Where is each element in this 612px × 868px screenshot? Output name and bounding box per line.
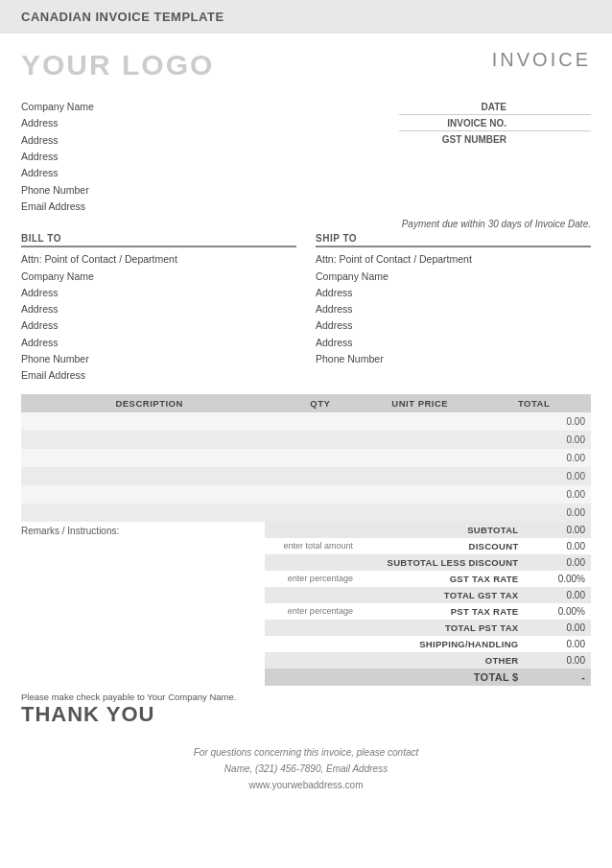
bill-to-addr4: Address: [21, 335, 296, 351]
company-info: Company Name Address Address Address Add…: [21, 99, 94, 215]
gst-number-meta: GST NUMBER: [399, 131, 591, 147]
item-qty: [277, 412, 363, 431]
total-pst-tax-row: TOTAL PST TAX 0.00: [265, 620, 591, 636]
shipping-handling-row: SHIPPING/HANDLING 0.00: [265, 636, 591, 652]
invoice-no-meta: INVOICE NO.: [399, 115, 591, 131]
top-bar: CANADIAN INVOICE TEMPLATE: [0, 0, 612, 34]
invoice-no-value: [514, 117, 591, 129]
other-label: OTHER: [359, 652, 525, 669]
check-payable-col: Please make check payable to Your Compan…: [21, 692, 236, 727]
company-name: Company Name: [21, 99, 94, 115]
gst-tax-rate-row: enter percentage GST TAX RATE 0.00%: [265, 571, 591, 587]
subtotal-label: SUBTOTAL: [359, 522, 525, 538]
date-value: [514, 101, 591, 112]
company-address-4: Address: [21, 165, 94, 181]
bill-ship-section: BILL TO Attn: Point of Contact / Departm…: [21, 233, 591, 385]
gst-tax-rate-value: 0.00%: [524, 571, 591, 587]
company-address-1: Address: [21, 115, 94, 131]
pst-tax-rate-label: PST TAX RATE: [359, 603, 525, 620]
item-description: [21, 485, 277, 504]
col-qty: QTY: [277, 394, 363, 412]
shipping-handling-label: SHIPPING/HANDLING: [359, 636, 525, 652]
item-total: 0.00: [477, 485, 591, 504]
discount-hint: enter total amount: [265, 538, 359, 554]
table-row: 0.00: [21, 504, 591, 522]
thank-you: THANK YOU: [21, 702, 236, 727]
bill-to-attn: Attn: Point of Contact / Department: [21, 251, 296, 268]
items-table: DESCRIPTION QTY UNIT PRICE TOTAL 0.00 0.…: [21, 394, 591, 522]
table-row: 0.00: [21, 412, 591, 431]
total-gst-tax-value: 0.00: [524, 587, 591, 603]
item-description: [21, 504, 277, 522]
col-description: DESCRIPTION: [21, 394, 277, 412]
item-total: 0.00: [477, 467, 591, 485]
total-pst-tax-value: 0.00: [524, 620, 591, 636]
total-final-row: TOTAL $ -: [265, 669, 591, 686]
total-gst-tax-row: TOTAL GST TAX 0.00: [265, 587, 591, 603]
item-unit-price: [363, 449, 477, 467]
other-row: OTHER 0.00: [265, 652, 591, 669]
shipping-handling-value: 0.00: [524, 636, 591, 652]
col-unit-price: UNIT PRICE: [363, 394, 477, 412]
item-qty: [277, 485, 363, 504]
total-final-value: -: [524, 669, 591, 686]
item-total: 0.00: [477, 449, 591, 467]
invoice-label: INVOICE: [492, 49, 591, 71]
bill-to-header: BILL TO: [21, 233, 296, 247]
invoice-meta-block: DATE INVOICE NO. GST NUMBER: [399, 99, 591, 147]
bill-to-email: Email Address: [21, 367, 296, 384]
date-meta: DATE: [399, 99, 591, 115]
item-unit-price: [363, 467, 477, 485]
ship-to-col: SHIP TO Attn: Point of Contact / Departm…: [316, 233, 591, 385]
other-hint: [265, 652, 359, 669]
page-title: CANADIAN INVOICE TEMPLATE: [21, 10, 224, 24]
bill-to-addr3: Address: [21, 317, 296, 334]
header-row: YOUR LOGO INVOICE: [21, 49, 591, 82]
item-description: [21, 449, 277, 467]
remarks-totals-row: Remarks / Instructions: SUBTOTAL 0.00 en…: [21, 522, 591, 686]
subtotal-hint: [265, 522, 359, 538]
total-gst-tax-label: TOTAL GST TAX: [359, 587, 525, 603]
ship-to-addr4: Address: [316, 335, 591, 351]
total-pst-tax-label: TOTAL PST TAX: [359, 620, 525, 636]
gst-number-value: [514, 133, 591, 145]
table-row: 0.00: [21, 449, 591, 467]
company-address-2: Address: [21, 132, 94, 149]
footer-contact-text: For questions concerning this invoice, p…: [21, 744, 591, 761]
ship-to-attn: Attn: Point of Contact / Department: [316, 251, 591, 268]
ship-to-addr3: Address: [316, 317, 591, 334]
invoice-page: CANADIAN INVOICE TEMPLATE YOUR LOGO INVO…: [0, 0, 612, 868]
subtotal-value: 0.00: [524, 522, 591, 538]
company-email: Email Address: [21, 199, 94, 215]
company-phone: Phone Number: [21, 182, 94, 199]
subtotal-row: SUBTOTAL 0.00: [265, 522, 591, 538]
table-row: 0.00: [21, 485, 591, 504]
ship-to-company: Company Name: [316, 269, 591, 285]
total-gst-tax-hint: [265, 587, 359, 603]
footer: For questions concerning this invoice, p…: [21, 744, 591, 793]
date-label: DATE: [482, 102, 506, 112]
remarks-col: Remarks / Instructions:: [21, 522, 265, 540]
payment-due: Payment due within 30 days of Invoice Da…: [21, 219, 591, 229]
discount-row: enter total amount DISCOUNT 0.00: [265, 538, 591, 554]
footer-contact-info: Name, (321) 456-7890, Email Address: [21, 761, 591, 777]
totals-table: SUBTOTAL 0.00 enter total amount DISCOUN…: [265, 522, 591, 686]
subtotal-less-discount-value: 0.00: [524, 554, 591, 571]
bill-to-company: Company Name: [21, 269, 296, 285]
item-qty: [277, 449, 363, 467]
item-description: [21, 412, 277, 431]
invoice-no-label: INVOICE NO.: [447, 118, 506, 129]
ship-to-header: SHIP TO: [316, 233, 591, 247]
ship-to-addr2: Address: [316, 301, 591, 317]
col-total: TOTAL: [477, 394, 591, 412]
item-total: 0.00: [477, 431, 591, 449]
table-row: 0.00: [21, 431, 591, 449]
pst-tax-rate-row: enter percentage PST TAX RATE 0.00%: [265, 603, 591, 620]
subtotal-less-discount-label: SUBTOTAL LESS DISCOUNT: [359, 554, 525, 571]
ship-to-addr1: Address: [316, 285, 591, 301]
footer-website: www.yourwebaddress.com: [21, 777, 591, 793]
other-value: 0.00: [524, 652, 591, 669]
bill-to-address: Attn: Point of Contact / Department Comp…: [21, 251, 296, 385]
company-info-row: Company Name Address Address Address Add…: [21, 99, 591, 215]
total-final-label: TOTAL $: [359, 669, 525, 686]
